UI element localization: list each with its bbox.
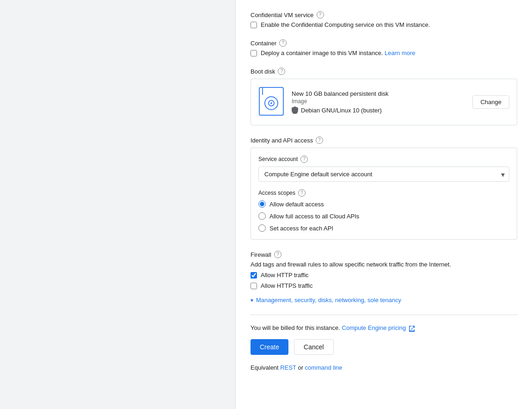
disk-svg-icon [258,87,284,116]
confidential-vm-section: Confidential VM service ? Enable the Con… [251,11,517,28]
container-title: Container ? [251,39,517,47]
access-scope-full-label: Allow full access to all Cloud APIs [269,213,359,220]
container-checkbox[interactable] [251,50,257,56]
advanced-expand-row[interactable]: ▾ Management, security, disks, networkin… [251,297,517,304]
access-scopes-radio-group: Allow default access Allow full access t… [258,200,509,232]
firewall-title: Firewall ? [251,251,517,258]
access-scopes-label: Access scopes ? [258,189,509,197]
action-buttons: Create Cancel [251,339,517,355]
access-scope-each-label: Set access for each API [269,225,333,232]
access-scopes-section: Access scopes ? Allow default access All… [258,189,509,232]
compute-engine-pricing-link[interactable]: Compute Engine pricing [342,324,406,331]
access-scope-full-row: Allow full access to all Cloud APIs [258,212,509,220]
equivalent-label: Equivalent [251,364,279,371]
access-scope-default-radio[interactable] [258,200,266,208]
main-content: Confidential VM service ? Enable the Con… [236,0,532,409]
firewall-description: Add tags and firewall rules to allow spe… [251,261,517,268]
container-section: Container ? Deploy a container image to … [251,39,517,56]
rest-link[interactable]: REST [280,364,296,371]
firewall-label: Firewall [251,251,271,258]
access-scope-each-radio[interactable] [258,224,266,232]
identity-api-label: Identity and API access [251,137,313,144]
equivalent-or: or [298,364,303,371]
section-divider [251,315,517,315]
https-traffic-row: Allow HTTPS traffic [251,282,517,289]
confidential-vm-checkbox-row: Enable the Confidential Computing servic… [251,21,517,28]
access-scope-full-radio[interactable] [258,212,266,220]
disk-info: New 10 GB balanced persistent disk Image… [292,90,465,114]
container-help-icon[interactable]: ? [279,39,287,47]
command-line-link[interactable]: command line [305,364,342,371]
boot-disk-label: Boot disk [251,68,275,75]
shield-icon [292,106,298,114]
https-traffic-label: Allow HTTPS traffic [261,282,312,289]
disk-title: New 10 GB balanced persistent disk [292,90,465,97]
service-account-select-wrapper: Compute Engine default service account ▾ [258,167,509,182]
expand-chevron-icon: ▾ [251,297,253,304]
http-traffic-row: Allow HTTP traffic [251,272,517,279]
service-account-select[interactable]: Compute Engine default service account [258,167,509,182]
http-traffic-checkbox[interactable] [251,272,257,279]
disk-os-row: Debian GNU/Linux 10 (buster) [292,106,465,114]
confidential-vm-label: Confidential VM service [251,12,314,19]
cancel-button[interactable]: Cancel [294,339,334,355]
boot-disk-card: New 10 GB balanced persistent disk Image… [251,79,517,125]
service-account-label: Service account ? [258,155,509,163]
service-account-help-icon[interactable]: ? [300,155,308,163]
identity-api-title: Identity and API access ? [251,136,517,144]
access-scope-default-row: Allow default access [258,200,509,208]
disk-image-label: Image [292,98,465,105]
billing-text: You will be billed for this instance. [251,324,340,331]
equivalent-section: Equivalent REST or command line [251,364,517,371]
boot-disk-section: Boot disk ? New 10 GB balanced persisten… [251,68,517,125]
identity-api-card: Service account ? Compute Engine default… [251,148,517,240]
firewall-section: Firewall ? Add tags and firewall rules t… [251,251,517,304]
http-traffic-label: Allow HTTP traffic [261,272,309,279]
access-scope-default-label: Allow default access [269,201,324,208]
sidebar [0,0,236,409]
container-checkbox-row: Deploy a container image to this VM inst… [251,50,517,56]
access-scopes-help-icon[interactable]: ? [298,189,306,197]
container-learn-more-link[interactable]: Learn more [385,50,415,56]
disk-icon-wrapper [258,87,284,118]
confidential-vm-checkbox[interactable] [251,22,257,28]
firewall-help-icon[interactable]: ? [274,251,281,258]
identity-api-section: Identity and API access ? Service accoun… [251,136,517,240]
confidential-vm-help-icon[interactable]: ? [317,11,324,19]
svg-point-4 [270,102,272,104]
access-scope-each-row: Set access for each API [258,224,509,232]
container-label: Container [251,40,276,47]
svg-rect-1 [262,87,263,95]
disk-os-name: Debian GNU/Linux 10 (buster) [301,107,382,114]
boot-disk-title: Boot disk ? [251,68,517,75]
boot-disk-change-button[interactable]: Change [472,95,509,109]
create-button[interactable]: Create [251,339,288,355]
billing-section: You will be billed for this instance. Co… [251,324,517,332]
advanced-expand-label: Management, security, disks, networking,… [256,297,401,304]
container-checkbox-label: Deploy a container image to this VM inst… [261,50,416,56]
confidential-vm-checkbox-label: Enable the Confidential Computing servic… [261,21,430,28]
confidential-vm-title: Confidential VM service ? [251,11,517,19]
boot-disk-help-icon[interactable]: ? [278,68,285,75]
https-traffic-checkbox[interactable] [251,283,257,289]
identity-api-help-icon[interactable]: ? [316,136,323,144]
external-link-icon [409,325,415,332]
